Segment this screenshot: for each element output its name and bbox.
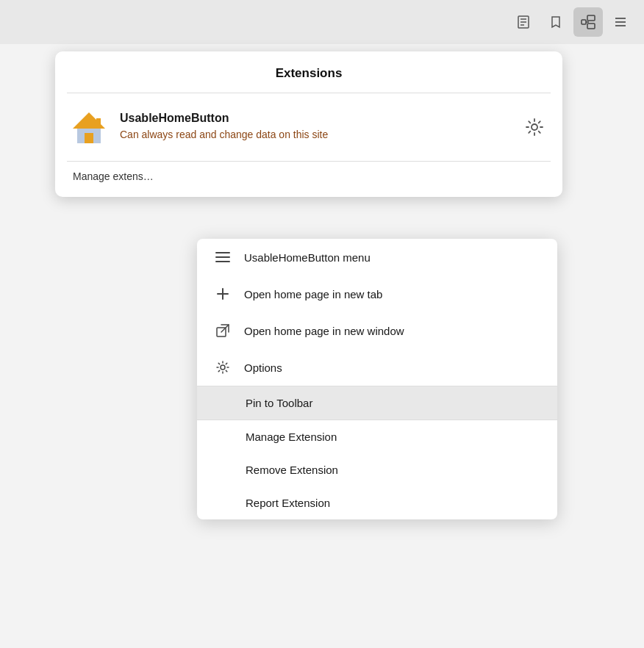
extension-icon-wrap [70, 108, 108, 146]
ctx-item-menu-header[interactable]: UsableHomeButton menu [197, 239, 557, 276]
extension-gear-button[interactable] [521, 114, 548, 140]
svg-point-18 [221, 365, 225, 370]
reading-list-button[interactable] [509, 7, 538, 37]
browser-toolbar [0, 0, 644, 44]
extension-info: UsableHomeButton Can always read and cha… [120, 112, 509, 143]
ctx-item-open-home-new-tab[interactable]: Open home page in new tab [197, 276, 557, 312]
svg-rect-13 [96, 118, 101, 127]
bookmark-button[interactable] [541, 7, 570, 37]
extension-name: UsableHomeButton [120, 112, 509, 125]
svg-rect-12 [85, 133, 93, 143]
plus-icon [215, 286, 231, 302]
ctx-label-options: Options [244, 361, 282, 374]
svg-rect-6 [587, 24, 595, 29]
menu-button[interactable] [606, 7, 635, 37]
content-area: Extensions UsableHomeButton Can alway [0, 44, 644, 648]
ctx-item-remove-extension[interactable]: Remove Extension [197, 453, 557, 486]
extension-row: UsableHomeButton Can always read and cha… [55, 93, 562, 161]
svg-point-14 [532, 124, 537, 130]
lines-icon [215, 249, 231, 265]
extensions-button[interactable] [573, 7, 603, 37]
extension-icon [70, 108, 108, 146]
ctx-item-manage-extension[interactable]: Manage Extension [197, 420, 557, 453]
ctx-item-pin-toolbar[interactable]: Pin to Toolbar [197, 386, 557, 420]
svg-rect-5 [587, 15, 595, 21]
gear-icon [525, 118, 544, 137]
context-menu: UsableHomeButton menu Open home page in … [197, 239, 557, 519]
extension-description: Can always read and change data on this … [120, 128, 509, 143]
extensions-panel: Extensions UsableHomeButton Can alway [55, 51, 562, 197]
manage-extensions-link[interactable]: Manage extens… [55, 162, 562, 197]
ctx-label-manage-extension: Manage Extension [246, 431, 337, 443]
new-window-icon [215, 323, 231, 339]
ctx-label-remove-extension: Remove Extension [246, 464, 338, 476]
ctx-item-open-home-new-window[interactable]: Open home page in new window [197, 312, 557, 349]
extensions-panel-title: Extensions [55, 51, 562, 93]
ctx-label-menu-header: UsableHomeButton menu [244, 251, 371, 264]
ctx-label-report-extension: Report Extension [246, 497, 330, 509]
svg-rect-4 [582, 20, 586, 24]
ctx-label-pin-toolbar: Pin to Toolbar [246, 397, 312, 409]
options-gear-icon [215, 359, 231, 375]
ctx-item-report-extension[interactable]: Report Extension [197, 486, 557, 519]
ctx-label-open-home-new-window: Open home page in new window [244, 325, 404, 337]
ctx-item-options[interactable]: Options [197, 349, 557, 386]
ctx-label-open-home-new-tab: Open home page in new tab [244, 288, 382, 300]
